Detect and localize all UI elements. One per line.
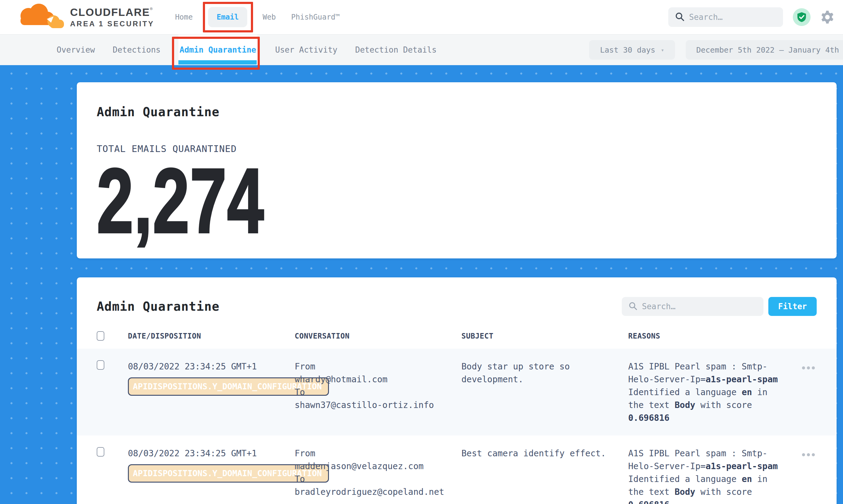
- nav-item-phishguard[interactable]: PhishGuard™: [291, 13, 340, 21]
- cloudflare-logo[interactable]: CLOUDFLARE® AREA 1 SECURITY: [11, 4, 154, 31]
- select-all-checkbox[interactable]: [97, 331, 104, 341]
- row-conversation: From whardy@hotmail.com To shawn37@casti…: [295, 360, 461, 412]
- from-address: whardy@hotmail.com: [295, 373, 461, 386]
- global-search-input[interactable]: [689, 13, 776, 22]
- table-row[interactable]: 08/03/2022 23:34:25 GMT+1 APIDISPOSITION…: [77, 349, 837, 435]
- brand-name: CLOUDFLARE: [70, 6, 150, 18]
- brand-trademark: ®: [150, 6, 152, 11]
- top-bar: CLOUDFLARE® AREA 1 SECURITY Home Email W…: [0, 0, 843, 35]
- ellipsis-icon: [802, 453, 805, 456]
- to-address: bradleyrodriguez@copeland.net: [295, 486, 461, 499]
- date-range-dropdown[interactable]: Last 30 days ▾: [589, 40, 675, 60]
- table-search[interactable]: [622, 297, 763, 316]
- row-menu-button[interactable]: [800, 451, 817, 458]
- table-header-row: DATE/DISPOSITION CONVERSATION SUBJECT RE…: [97, 331, 817, 349]
- cloudflare-cloud-icon: [11, 4, 66, 31]
- tab-overview[interactable]: Overview: [57, 35, 95, 65]
- active-tab-underline: [178, 60, 257, 65]
- col-subject: SUBJECT: [461, 332, 628, 340]
- row-checkbox[interactable]: [97, 447, 104, 456]
- search-icon: [675, 12, 684, 22]
- table-search-input[interactable]: [642, 302, 757, 311]
- col-conversation: CONVERSATION: [295, 332, 461, 340]
- quarantine-table: DATE/DISPOSITION CONVERSATION SUBJECT RE…: [97, 331, 817, 504]
- search-icon: [629, 302, 637, 311]
- date-filters: Last 30 days ▾ December 5th 2022 — Janua…: [589, 35, 843, 65]
- col-date-disposition: DATE/DISPOSITION: [128, 332, 295, 340]
- row-subject: Best camera identify effect.: [461, 447, 628, 460]
- row-reasons: A1S IPBL Pearl spam : Smtp-Helo-Server-I…: [628, 360, 789, 425]
- metric-value: 2,274: [97, 155, 264, 237]
- row-menu-button[interactable]: [800, 364, 817, 371]
- row-conversation: From maddenjason@velazquez.com To bradle…: [295, 447, 461, 499]
- row-date: 08/03/2022 23:34:25 GMT+1: [128, 360, 295, 373]
- nav-item-home[interactable]: Home: [175, 13, 193, 21]
- table-card-header: Admin Quarantine Filter: [97, 297, 817, 316]
- tab-admin-quarantine[interactable]: Admin Quarantine: [178, 35, 257, 65]
- nav-item-email-wrap: Email: [208, 0, 247, 34]
- row-subject: Body star up store so development.: [461, 360, 628, 386]
- table-tools: Filter: [622, 297, 817, 316]
- ellipsis-icon: [802, 366, 805, 370]
- security-status-badge[interactable]: [793, 8, 811, 26]
- primary-nav: Home Email Web PhishGuard™: [175, 0, 340, 34]
- table-row[interactable]: 08/03/2022 23:34:25 GMT+1 APIDISPOSITION…: [77, 435, 837, 504]
- filter-button[interactable]: Filter: [768, 297, 817, 316]
- page: CLOUDFLARE® AREA 1 SECURITY Home Email W…: [0, 0, 843, 504]
- nav-item-web[interactable]: Web: [263, 13, 276, 21]
- date-range-value[interactable]: December 5th 2022 — January 4th 2023: [686, 40, 843, 60]
- row-date: 08/03/2022 23:34:25 GMT+1: [128, 447, 295, 460]
- header-actions: [668, 7, 843, 27]
- page-background: Admin Quarantine TOTAL EMAILS QUARANTINE…: [0, 65, 843, 504]
- from-address: maddenjason@velazquez.com: [295, 460, 461, 473]
- chevron-down-icon: ▾: [661, 47, 664, 53]
- table-card-title: Admin Quarantine: [97, 300, 219, 313]
- col-reasons: REASONS: [628, 332, 789, 340]
- global-search[interactable]: [668, 7, 783, 27]
- summary-card: Admin Quarantine TOTAL EMAILS QUARANTINE…: [77, 82, 837, 258]
- email-sub-nav: Overview Detections Admin Quarantine Use…: [0, 35, 843, 65]
- tab-detections[interactable]: Detections: [112, 35, 161, 65]
- settings-gear-icon[interactable]: [820, 10, 835, 24]
- shield-check-icon: [797, 12, 807, 22]
- row-reasons: A1S IPBL Pearl spam : Smtp-Helo-Server-I…: [628, 447, 789, 504]
- tab-detection-details[interactable]: Detection Details: [355, 35, 437, 65]
- row-checkbox[interactable]: [97, 360, 104, 370]
- nav-item-email[interactable]: Email: [208, 7, 247, 27]
- tab-user-activity[interactable]: User Activity: [275, 35, 337, 65]
- summary-card-title: Admin Quarantine: [97, 105, 817, 119]
- brand-subtitle: AREA 1 SECURITY: [70, 20, 154, 28]
- to-address: shawn37@castillo-ortiz.info: [295, 399, 461, 412]
- quarantine-table-card: Admin Quarantine Filter: [77, 277, 837, 504]
